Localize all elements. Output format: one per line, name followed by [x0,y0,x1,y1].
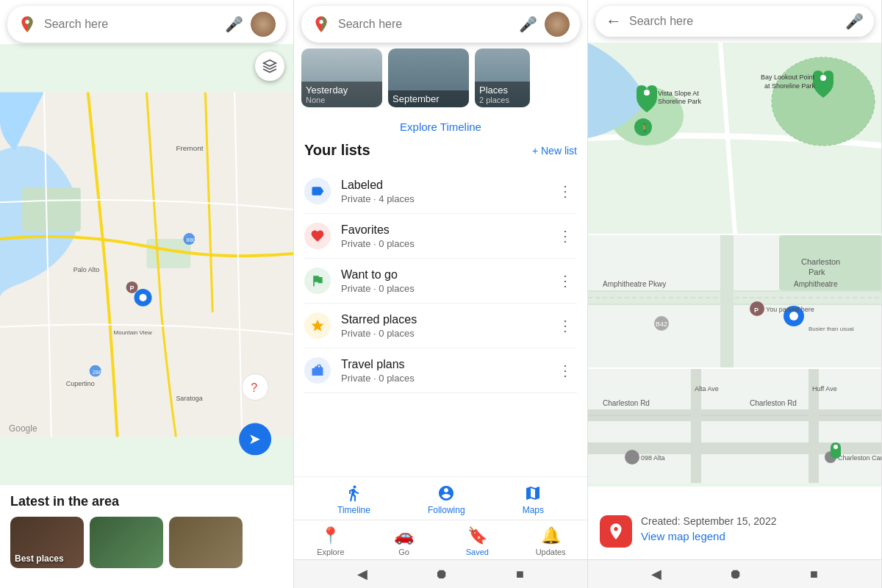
map-background[interactable]: Fremont Palo Alto Mountain View Cupertin… [0,44,293,485]
svg-text:Saratoga: Saratoga [176,395,202,402]
list-info-travel: Travel plans Private · 0 places [341,358,553,384]
svg-text:?: ? [251,381,257,394]
back-android-p3[interactable]: ◀ [651,566,662,582]
svg-point-24 [772,57,875,146]
list-name-labeled: Labeled [341,179,553,192]
list-name-wanttogo: Want to go [341,268,553,282]
timeline-card-september[interactable]: September [388,49,469,107]
new-list-button[interactable]: + New list [532,145,577,157]
list-more-travel[interactable]: ⋮ [553,359,577,382]
updates-icon-p2: 🔔 [541,526,561,545]
mic-icon-p3[interactable]: 🎤 [845,12,864,30]
nav-saved-p2[interactable]: 🔖 Saved [441,526,514,556]
view-legend-button[interactable]: View map legend [641,530,776,542]
btab-following-label: Following [428,505,465,515]
layers-button[interactable] [255,51,284,81]
list-sub-favorites: Private · 0 places [341,238,553,249]
go-icon-p2: 🚗 [394,526,414,545]
android-nav-panel3: ◀ ⏺ ■ [588,559,881,588]
detail-pin-row: Created: September 15, 2022 View map leg… [600,515,870,548]
place-card-1[interactable]: Best places [10,517,84,568]
svg-text:Vista Slope At: Vista Slope At [658,90,699,97]
detail-text: Created: September 15, 2022 View map leg… [641,515,776,542]
svg-text:Charleston Rd: Charleston Rd [750,399,797,407]
panel-detail: ← 🎤 🚶 [588,0,882,588]
svg-text:Charleston: Charleston [801,257,840,266]
avatar-panel1[interactable] [251,12,276,37]
google-maps-logo-p2 [312,15,331,34]
svg-rect-37 [720,235,734,368]
mic-icon-p2[interactable]: 🎤 [519,15,537,33]
svg-rect-36 [588,292,881,304]
home-android-p2[interactable]: ⏺ [435,567,448,582]
svg-text:➤: ➤ [248,431,261,447]
list-item-travel: Travel plans Private · 0 places ⋮ [304,348,577,393]
detail-maps: 🚶 Bay Lookout Point at Shoreline Park Vi… [588,43,881,505]
svg-text:Google: Google [9,423,37,434]
svg-text:Bay Lookout Point: Bay Lookout Point [761,74,815,81]
search-input-panel1[interactable] [44,18,218,31]
map-bottom-section: Latest in the area Best places [0,485,293,588]
nav-go-p2[interactable]: 🚗 Go [368,526,441,556]
recents-android-p3[interactable]: ■ [810,567,818,582]
detail-created: Created: September 15, 2022 [641,515,776,527]
list-more-starred[interactable]: ⋮ [553,314,577,337]
svg-text:Amphitheatre Pkwy: Amphitheatre Pkwy [603,280,666,288]
nav-explore-p2[interactable]: 📍 Explore [294,526,368,556]
back-button[interactable]: ← [606,12,622,31]
list-item-wanttogo: Want to go Private · 0 places ⋮ [304,259,577,304]
bottom-tabs: Timeline Following Maps [294,476,587,520]
nav-updates-p2[interactable]: 🔔 Updates [514,526,587,556]
tc-title-yesterday: Yesterday [306,85,378,96]
timeline-icon [345,484,362,502]
search-bar-panel2[interactable]: 🎤 [301,6,580,43]
search-bar-panel3[interactable]: ← 🎤 [595,6,874,37]
detail-map-top[interactable]: 🚶 Bay Lookout Point at Shoreline Park Vi… [588,43,881,234]
list-icon-wanttogo [304,268,331,294]
search-bar-panel1[interactable]: 🎤 [7,6,286,43]
your-lists-title: Your lists [304,142,370,159]
svg-text:Charleston Rd: Charleston Rd [603,399,650,407]
svg-text:Mountain View: Mountain View [114,329,152,336]
svg-text:Charleston Campus: Charleston Campus [838,454,881,462]
timeline-card-places[interactable]: Places 2 places [475,49,530,107]
svg-point-0 [25,20,29,24]
btab-following[interactable]: Following [428,484,465,515]
following-icon [437,484,455,502]
svg-text:B42: B42 [656,320,667,328]
btab-timeline[interactable]: Timeline [337,484,370,515]
home-android-p3[interactable]: ⏺ [729,567,742,582]
detail-map-bot[interactable]: Charleston Rd Charleston Rd Alta Ave Huf… [588,369,881,487]
avatar-panel2[interactable] [545,12,570,37]
explore-timeline-btn[interactable]: Explore Timeline [294,116,587,142]
search-input-panel2[interactable] [338,18,512,31]
list-item-favorites: Favorites Private · 0 places ⋮ [304,214,577,259]
search-input-panel3[interactable] [629,15,838,28]
svg-text:P: P [130,284,135,292]
latest-title: Latest in the area [10,494,283,509]
mic-icon[interactable]: 🎤 [225,15,243,33]
svg-text:🚶: 🚶 [639,123,650,133]
svg-point-10 [140,294,147,301]
lists-header: Your lists + New list [304,142,577,159]
btab-maps[interactable]: Maps [523,484,544,515]
back-android-p2[interactable]: ◀ [357,566,368,582]
svg-point-64 [833,445,838,449]
list-more-wanttogo[interactable]: ⋮ [553,269,577,293]
timeline-card-yesterday[interactable]: Yesterday None [301,49,382,107]
list-more-favorites[interactable]: ⋮ [553,224,577,248]
svg-point-29 [644,90,650,96]
list-more-labeled[interactable]: ⋮ [553,179,577,203]
svg-point-60 [625,450,639,465]
place-card-3[interactable] [169,517,243,568]
list-icon-starred [304,312,331,339]
detail-map-mid[interactable]: Charleston Park P You parked here Amphit… [588,235,881,368]
svg-text:280: 280 [93,369,103,376]
svg-rect-51 [588,369,881,483]
svg-rect-2 [22,187,81,232]
place-card-2[interactable] [90,517,163,568]
svg-text:880: 880 [186,237,196,243]
svg-text:Alta Ave: Alta Ave [695,385,719,392]
recents-android-p2[interactable]: ■ [516,567,524,582]
explore-icon-p2: 📍 [320,526,340,545]
